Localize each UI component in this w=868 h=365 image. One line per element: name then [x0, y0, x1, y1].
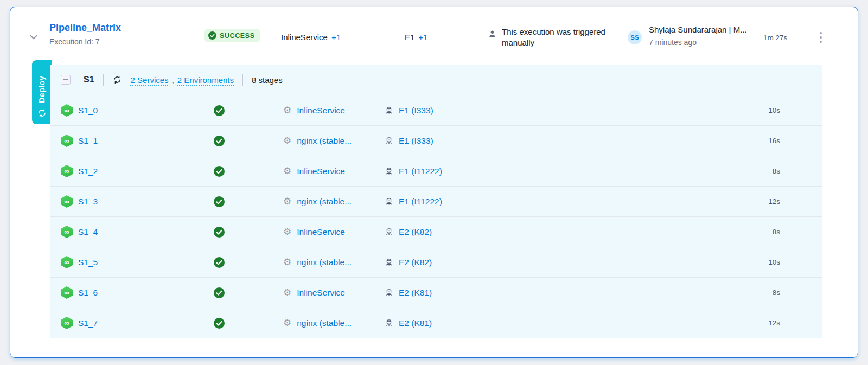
service-cell: ⚙ nginx (stable... [283, 197, 385, 207]
user-block: Shylaja Sundararajan | M... 7 minutes ag… [649, 25, 747, 47]
status-cell [214, 196, 283, 207]
stage-cell: ∞ S1_4 [61, 226, 214, 238]
cd-stage-icon: ∞ [61, 104, 73, 117]
stage-duration: 8s [773, 228, 780, 236]
gear-icon: ⚙ [283, 288, 291, 297]
stages-count: 8 stages [252, 75, 283, 85]
user-name: Shylaja Sundararajan | M... [649, 25, 747, 34]
collapse-toggle[interactable] [61, 75, 71, 85]
status-cell [214, 136, 283, 146]
stage-duration: 10s [768, 258, 780, 266]
environment-link[interactable]: E2 (K81) [399, 318, 432, 328]
services-count-link[interactable]: 2 Services [131, 75, 169, 85]
infinity-glyph: ∞ [64, 259, 69, 266]
separator-comma: , [172, 75, 174, 85]
service-cell: ⚙ nginx (stable... [283, 136, 385, 146]
loop-icon [37, 108, 47, 118]
avatar[interactable]: SS [628, 30, 642, 44]
gear-icon: ⚙ [283, 167, 291, 176]
gear-icon: ⚙ [283, 136, 291, 145]
table-row: ∞ S1_7 ⚙ nginx (stable... E2 (K81) 12s [50, 308, 822, 338]
service-cell: ⚙ InlineService [283, 167, 385, 176]
gear-icon: ⚙ [283, 106, 291, 115]
execution-id: Execution Id: 7 [49, 37, 121, 46]
environment-link[interactable]: E1 (I333) [399, 106, 433, 116]
service-link[interactable]: nginx (stable... [297, 136, 352, 146]
environment-icon [385, 197, 393, 206]
stage-link[interactable]: S1_1 [78, 136, 98, 146]
group-name: S1 [84, 75, 94, 85]
environment-icon [385, 106, 393, 115]
success-check-icon [214, 318, 225, 329]
status-cell [214, 227, 283, 238]
services-primary: InlineService [281, 33, 328, 42]
title-block: Pipeline_Matrix Execution Id: 7 [49, 22, 121, 46]
success-check-icon [214, 257, 225, 268]
duration-cell: 8s [704, 228, 780, 236]
success-check-icon [214, 136, 225, 146]
cd-stage-icon: ∞ [61, 317, 73, 329]
environment-icon [385, 289, 393, 297]
stage-link[interactable]: S1_5 [78, 258, 98, 267]
stage-link[interactable]: S1_0 [78, 106, 98, 116]
chevron-down-icon[interactable] [28, 31, 41, 44]
stage-link[interactable]: S1_7 [78, 318, 98, 328]
environments-summary: E1 +1 [405, 33, 427, 42]
stage-link[interactable]: S1_3 [78, 197, 98, 207]
environments-more-link[interactable]: +1 [418, 33, 427, 42]
table-row: ∞ S1_6 ⚙ InlineService E2 (K81) 8s [50, 277, 822, 308]
pipeline-title[interactable]: Pipeline_Matrix [49, 22, 121, 34]
table-row: ∞ S1_0 ⚙ InlineService E1 (I333) 10s [50, 95, 822, 125]
duration-cell: 8s [704, 289, 780, 297]
stage-cell: ∞ S1_3 [61, 195, 214, 208]
stage-duration: 12s [768, 197, 780, 206]
service-cell: ⚙ InlineService [283, 227, 385, 237]
duration-cell: 12s [704, 197, 780, 206]
environment-link[interactable]: E1 (I11222) [399, 167, 442, 176]
environment-link[interactable]: E1 (I11222) [399, 197, 442, 207]
service-link[interactable]: InlineService [297, 167, 345, 176]
stage-link[interactable]: S1_6 [78, 288, 98, 298]
infinity-glyph: ∞ [64, 198, 69, 205]
environment-link[interactable]: E2 (K82) [399, 258, 432, 267]
service-link[interactable]: InlineService [297, 106, 345, 116]
divider [242, 74, 243, 86]
deploy-stage-tab[interactable]: Deploy [32, 60, 52, 124]
duration-cell: 10s [704, 106, 780, 114]
environments-count-link[interactable]: 2 Environments [177, 75, 234, 85]
success-check-icon [214, 105, 225, 116]
environment-link[interactable]: E2 (K81) [399, 288, 432, 298]
service-link[interactable]: nginx (stable... [297, 258, 352, 267]
environment-link[interactable]: E1 (I333) [399, 136, 433, 146]
table-row: ∞ S1_4 ⚙ InlineService E2 (K82) 8s [50, 216, 822, 247]
environment-link[interactable]: E2 (K82) [399, 227, 432, 237]
service-link[interactable]: nginx (stable... [297, 318, 352, 328]
status-cell [214, 318, 283, 329]
kebab-menu[interactable] [818, 30, 824, 45]
duration-cell: 16s [704, 137, 780, 145]
environment-icon [385, 228, 393, 236]
matrix-loop-icon [112, 75, 122, 85]
environments-primary: E1 [405, 33, 414, 42]
environment-icon [385, 319, 393, 328]
status-label: SUCCESS [220, 32, 255, 40]
service-link[interactable]: nginx (stable... [297, 197, 352, 207]
services-more-link[interactable]: +1 [331, 33, 341, 42]
service-link[interactable]: InlineService [297, 288, 345, 298]
stage-cell: ∞ S1_0 [61, 104, 214, 117]
divider [103, 74, 104, 86]
environment-cell: E1 (I333) [385, 136, 704, 146]
environment-cell: E1 (I11222) [385, 197, 704, 207]
stage-duration: 10s [768, 106, 780, 114]
environment-icon [385, 167, 393, 176]
success-check-icon [214, 227, 225, 238]
table-row: ∞ S1_2 ⚙ InlineService E1 (I11222) 8s [50, 156, 822, 186]
cd-stage-icon: ∞ [61, 226, 73, 238]
stage-link[interactable]: S1_2 [78, 167, 98, 176]
stage-cell: ∞ S1_1 [61, 135, 214, 147]
stage-link[interactable]: S1_4 [78, 227, 98, 237]
matrix-group-header: S1 2 Services , 2 Environments 8 stages [50, 65, 822, 95]
service-link[interactable]: InlineService [297, 227, 345, 237]
stage-duration: 12s [768, 319, 780, 327]
gear-icon: ⚙ [283, 318, 291, 328]
